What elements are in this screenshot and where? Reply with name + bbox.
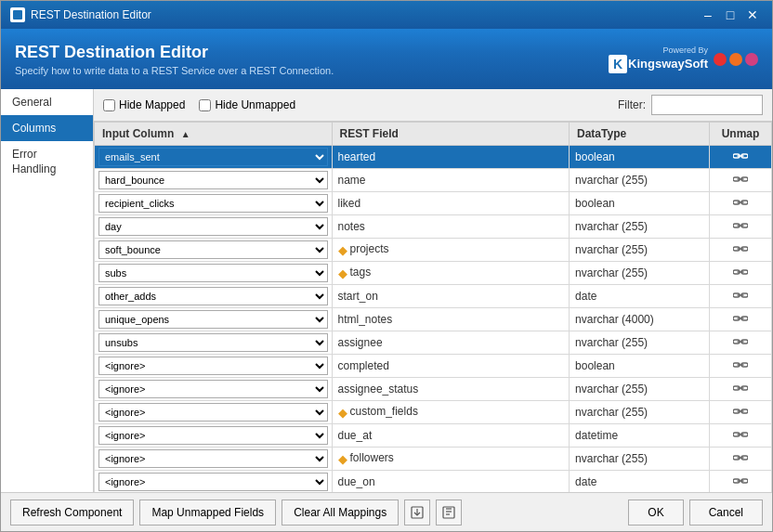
window: REST Destination Editor – □ ✕ REST Desti… <box>0 0 773 532</box>
export-icon-button[interactable] <box>436 500 462 526</box>
unmap-button[interactable] <box>729 173 752 186</box>
input-column-select[interactable]: day <box>98 217 328 236</box>
unmap-cell <box>710 146 772 169</box>
info-icon: ◆ <box>338 406 347 420</box>
filter-input[interactable] <box>651 95 763 115</box>
unmap-button[interactable] <box>729 405 752 418</box>
input-column-cell: unsubs <box>95 331 333 355</box>
table-row: <ignore>completedboolean <box>95 355 772 378</box>
unmap-cell <box>710 169 772 192</box>
rest-field-value: followers <box>350 451 394 464</box>
hide-unmapped-checkbox-label[interactable]: Hide Unmapped <box>199 98 295 111</box>
input-column-select[interactable]: <ignore> <box>98 357 328 375</box>
info-icon: ◆ <box>338 243 347 257</box>
dtype-cell: nvarchar (255) <box>570 331 710 355</box>
unmap-button[interactable] <box>729 242 752 255</box>
clear-mappings-button[interactable]: Clear All Mappings <box>282 500 399 526</box>
ok-button[interactable]: OK <box>628 500 683 526</box>
dtype-cell: date <box>570 471 710 493</box>
unmap-button[interactable] <box>729 428 752 441</box>
toolbar: Hide Mapped Hide Unmapped Filter: <box>94 89 772 122</box>
main-panel: Hide Mapped Hide Unmapped Filter: <box>94 89 772 492</box>
title-bar: REST Destination Editor – □ ✕ <box>1 1 772 29</box>
minimize-button[interactable]: – <box>698 6 718 24</box>
map-unmapped-button[interactable]: Map Unmapped Fields <box>139 500 276 526</box>
unmap-button[interactable] <box>729 335 752 348</box>
input-column-select[interactable]: <ignore> <box>98 380 328 398</box>
col-header-input[interactable]: Input Column ▲ <box>95 123 333 146</box>
dot-pink <box>745 53 758 66</box>
unmap-button[interactable] <box>729 149 752 162</box>
input-column-cell: <ignore> <box>95 471 333 493</box>
unmap-button[interactable] <box>729 219 752 232</box>
input-column-cell: emails_sent <box>95 146 333 169</box>
unmap-cell <box>710 192 772 215</box>
unmap-button[interactable] <box>729 289 752 302</box>
unmap-button[interactable] <box>729 312 752 325</box>
input-column-cell: soft_bounce <box>95 239 333 262</box>
input-column-select[interactable]: <ignore> <box>98 426 328 445</box>
hide-unmapped-checkbox[interactable] <box>199 99 211 111</box>
unmap-button[interactable] <box>729 451 752 464</box>
sidebar: General Columns Error Handling <box>1 89 94 492</box>
input-column-select[interactable]: unsubs <box>98 333 328 352</box>
rest-field-cell: due_on <box>332 471 570 493</box>
input-column-select[interactable]: <ignore> <box>98 403 328 422</box>
table-row: daynotesnvarchar (255) <box>95 215 772 239</box>
maximize-button[interactable]: □ <box>720 6 740 24</box>
input-column-select[interactable]: <ignore> <box>98 473 328 491</box>
rest-field-value: due_at <box>338 429 373 442</box>
rest-field-cell: due_at <box>332 424 570 448</box>
unmap-button[interactable] <box>729 358 752 371</box>
cancel-button[interactable]: Cancel <box>689 500 763 526</box>
logo-dots <box>714 53 758 66</box>
header-subtitle: Specify how to write data to a REST Serv… <box>15 65 334 76</box>
hide-mapped-checkbox[interactable] <box>103 99 115 111</box>
rest-field-cell: ◆tags <box>332 262 570 285</box>
dtype-cell: nvarchar (255) <box>570 169 710 192</box>
rest-field-value: assignee <box>338 336 383 349</box>
sidebar-item-error-handling[interactable]: Error Handling <box>1 141 93 183</box>
input-column-select[interactable]: hard_bounce <box>98 171 328 189</box>
dtype-cell: nvarchar (255) <box>570 401 710 424</box>
rest-field-cell: assignee_status <box>332 378 570 401</box>
input-column-cell: subs <box>95 262 333 285</box>
rest-field-value: notes <box>338 220 365 233</box>
dtype-cell: boolean <box>570 192 710 215</box>
dtype-cell: date <box>570 285 710 308</box>
input-column-select[interactable]: soft_bounce <box>98 240 328 259</box>
header-right: Powered By K KingswaySoft <box>609 45 758 73</box>
mapping-table: Input Column ▲ REST Field DataType Unmap <box>94 122 772 492</box>
col-unmap-label: Unmap <box>722 127 760 140</box>
input-column-cell: unique_opens <box>95 308 333 331</box>
dtype-cell: nvarchar (255) <box>570 239 710 262</box>
unmap-button[interactable] <box>729 382 752 395</box>
input-column-cell: <ignore> <box>95 378 333 401</box>
input-column-cell: <ignore> <box>95 401 333 424</box>
rest-field-cell: ◆followers <box>332 448 570 471</box>
rest-field-cell: notes <box>332 215 570 239</box>
window-title: REST Destination Editor <box>31 8 151 21</box>
input-column-select[interactable]: subs <box>98 264 328 282</box>
close-button[interactable]: ✕ <box>742 6 763 24</box>
sidebar-item-columns[interactable]: Columns <box>1 115 93 141</box>
dtype-cell: nvarchar (4000) <box>570 308 710 331</box>
import-icon-button[interactable] <box>404 500 430 526</box>
input-column-select[interactable]: recipient_clicks <box>98 194 328 213</box>
unmap-button[interactable] <box>729 196 752 209</box>
input-column-cell: <ignore> <box>95 448 333 471</box>
table-row: soft_bounce◆projectsnvarchar (255) <box>95 239 772 262</box>
input-column-select[interactable]: unique_opens <box>98 310 328 329</box>
rest-field-value: hearted <box>338 150 376 163</box>
unmap-button[interactable] <box>729 266 752 279</box>
input-column-select[interactable]: emails_sent <box>98 148 328 166</box>
header-title: REST Destination Editor <box>15 43 334 62</box>
input-column-select[interactable]: other_adds <box>98 287 328 305</box>
hide-mapped-checkbox-label[interactable]: Hide Mapped <box>103 98 185 111</box>
table-row: <ignore>due_ondate <box>95 471 772 493</box>
input-column-select[interactable]: <ignore> <box>98 449 328 468</box>
sidebar-item-general[interactable]: General <box>1 89 93 115</box>
refresh-button[interactable]: Refresh Component <box>10 500 134 526</box>
unmap-button[interactable] <box>729 474 752 487</box>
rest-field-value: completed <box>338 359 389 372</box>
